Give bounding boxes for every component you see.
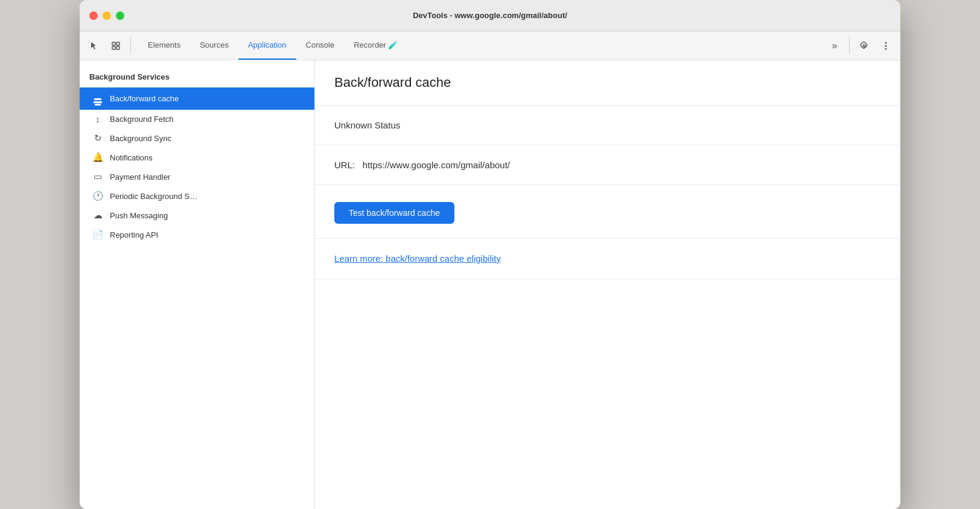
sidebar-item-background-sync[interactable]: ↻ Background Sync bbox=[80, 128, 314, 148]
url-row: URL: https://www.google.com/gmail/about/ bbox=[334, 160, 881, 170]
url-label: URL: bbox=[334, 160, 355, 170]
periodic-background-icon: 🕐 bbox=[92, 191, 104, 201]
window-title: DevTools - www.google.com/gmail/about/ bbox=[413, 11, 567, 20]
main-area: Background Services Back/forward cache ↕… bbox=[80, 60, 900, 509]
content-panel: Back/forward cache Unknown Status URL: h… bbox=[315, 60, 900, 509]
more-tabs-button[interactable]: » bbox=[825, 36, 844, 55]
tab-console[interactable]: Console bbox=[296, 31, 345, 60]
toolbar-right-divider bbox=[849, 37, 850, 54]
tab-recorder[interactable]: Recorder 🧪 bbox=[344, 31, 407, 60]
svg-rect-1 bbox=[116, 42, 119, 45]
svg-point-4 bbox=[885, 42, 887, 43]
svg-point-5 bbox=[885, 45, 887, 46]
status-text: Unknown Status bbox=[334, 120, 881, 130]
sidebar-item-periodic-background[interactable]: 🕐 Periodic Background S… bbox=[80, 186, 314, 206]
sidebar-item-background-fetch[interactable]: ↕ Background Fetch bbox=[80, 110, 314, 128]
svg-rect-2 bbox=[112, 46, 115, 49]
tab-elements[interactable]: Elements bbox=[138, 31, 190, 60]
sidebar-item-reporting-api[interactable]: 📄 Reporting API bbox=[80, 225, 314, 244]
sidebar-item-notifications[interactable]: 🔔 Notifications bbox=[80, 148, 314, 167]
settings-button[interactable] bbox=[854, 36, 874, 55]
background-fetch-icon: ↕ bbox=[92, 114, 104, 124]
learn-more-link[interactable]: Learn more: back/forward cache eligibili… bbox=[334, 253, 501, 264]
inspect-icon-button[interactable] bbox=[106, 36, 126, 55]
payment-handler-icon: ▭ bbox=[92, 171, 104, 182]
sidebar-item-label: Push Messaging bbox=[110, 211, 168, 220]
sidebar-item-label: Background Sync bbox=[110, 134, 171, 143]
sidebar-item-label: Payment Handler bbox=[110, 172, 170, 182]
close-button[interactable] bbox=[89, 11, 98, 20]
sidebar-item-label: Background Fetch bbox=[110, 115, 174, 124]
sidebar-item-label: Back/forward cache bbox=[110, 94, 179, 103]
background-sync-icon: ↻ bbox=[92, 133, 104, 144]
minimize-button[interactable] bbox=[103, 11, 111, 20]
sidebar: Background Services Back/forward cache ↕… bbox=[80, 60, 315, 509]
toolbar-divider bbox=[130, 37, 131, 54]
content-title: Back/forward cache bbox=[334, 75, 881, 90]
gear-icon bbox=[859, 41, 869, 51]
reporting-api-icon: 📄 bbox=[92, 229, 104, 240]
cursor-icon bbox=[89, 41, 99, 51]
tab-sources[interactable]: Sources bbox=[190, 31, 238, 60]
kebab-menu-button[interactable] bbox=[876, 36, 896, 55]
cursor-icon-button[interactable] bbox=[84, 36, 104, 55]
sidebar-section-title: Background Services bbox=[80, 60, 314, 87]
sidebar-item-back-forward-cache[interactable]: Back/forward cache bbox=[80, 87, 314, 110]
inspect-icon bbox=[111, 41, 121, 51]
toolbar: Elements Sources Application Console Rec… bbox=[80, 31, 900, 60]
sidebar-item-payment-handler[interactable]: ▭ Payment Handler bbox=[80, 167, 314, 186]
sidebar-item-label: Notifications bbox=[110, 153, 153, 162]
devtools-window: DevTools - www.google.com/gmail/about/ E… bbox=[80, 0, 900, 509]
push-messaging-icon: ☁ bbox=[92, 210, 104, 221]
content-learn-more-section: Learn more: back/forward cache eligibili… bbox=[315, 239, 900, 279]
sidebar-item-push-messaging[interactable]: ☁ Push Messaging bbox=[80, 206, 314, 225]
more-tabs-icon: » bbox=[832, 40, 838, 51]
sidebar-item-label: Periodic Background S… bbox=[110, 192, 197, 201]
notifications-icon: 🔔 bbox=[92, 152, 104, 163]
test-cache-button[interactable]: Test back/forward cache bbox=[334, 202, 454, 224]
title-bar: DevTools - www.google.com/gmail/about/ bbox=[80, 0, 900, 31]
content-url-section: URL: https://www.google.com/gmail/about/ bbox=[315, 145, 900, 185]
back-forward-cache-icon bbox=[92, 92, 104, 106]
sidebar-item-label: Reporting API bbox=[110, 230, 158, 239]
svg-rect-3 bbox=[116, 46, 119, 49]
toolbar-tabs: Elements Sources Application Console Rec… bbox=[138, 31, 822, 60]
tab-application[interactable]: Application bbox=[238, 31, 296, 60]
svg-rect-0 bbox=[112, 42, 115, 45]
content-header-section: Back/forward cache bbox=[315, 60, 900, 106]
maximize-button[interactable] bbox=[116, 11, 124, 20]
toolbar-right: » bbox=[825, 36, 896, 55]
kebab-icon bbox=[885, 41, 887, 51]
content-status-section: Unknown Status bbox=[315, 106, 900, 145]
content-test-section: Test back/forward cache bbox=[315, 185, 900, 239]
traffic-lights bbox=[89, 11, 124, 20]
svg-point-6 bbox=[885, 48, 887, 49]
url-value: https://www.google.com/gmail/about/ bbox=[363, 160, 510, 170]
